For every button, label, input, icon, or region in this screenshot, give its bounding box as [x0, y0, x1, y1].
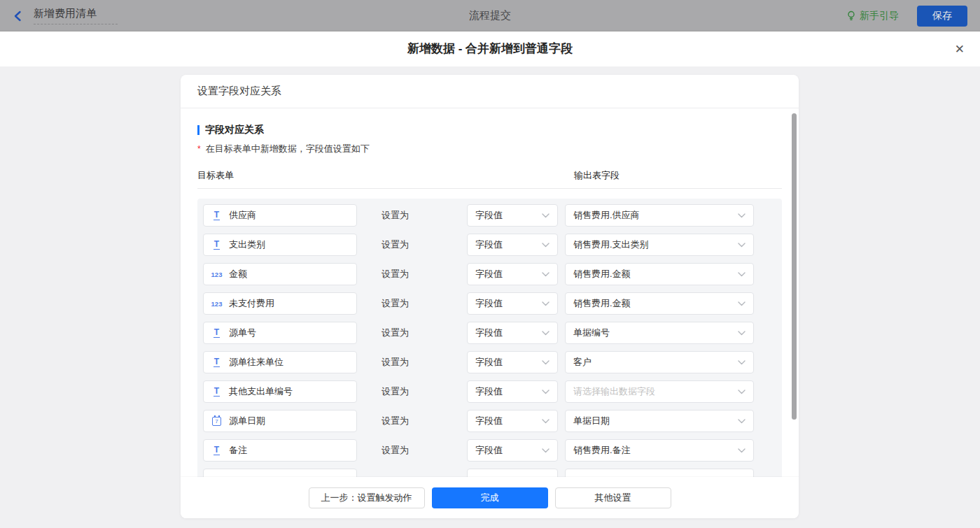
table-row: T 供应商 设置为 字段值 销售费用.供应商 — [203, 204, 776, 227]
card-title: 设置字段对应关系 — [197, 85, 281, 98]
chevron-down-icon — [542, 390, 550, 394]
table-row: T 源单往来单位 设置为 字段值 客户 — [203, 351, 776, 373]
method-value: 字段值 — [475, 209, 503, 222]
table-row: T 支出类别 设置为 字段值 销售费用.支出类别 — [203, 234, 776, 256]
modal-body: 设置字段对应关系 字段对应关系 * 在目标表单中新增数据，字段值设置如下 目标表… — [0, 66, 980, 528]
method-select[interactable]: 字段值 — [467, 351, 558, 373]
target-field-box: T 供应商 — [203, 204, 357, 227]
chevron-down-icon — [542, 301, 550, 306]
set-as-label: 设置为 — [357, 444, 467, 457]
table-row: 123 金额 设置为 字段值 销售费用.金额 — [203, 263, 776, 285]
table-row: 7 源单日期 设置为 字段值 单据日期 — [203, 410, 776, 432]
output-select[interactable] — [565, 469, 754, 477]
target-field-box: 123 金额 — [203, 263, 357, 285]
target-field-label: 支出类别 — [229, 238, 265, 251]
number-field-icon: 123 — [211, 299, 223, 308]
chevron-down-icon — [542, 448, 550, 453]
text-field-icon: T — [211, 387, 223, 397]
method-select[interactable]: 字段值 — [467, 380, 558, 403]
column-headers: 目标表单 输出表字段 — [197, 169, 782, 182]
section-title-row: 字段对应关系 — [197, 124, 782, 136]
method-select[interactable]: 字段值 — [467, 322, 558, 344]
target-field-box: T 其他支出单编号 — [203, 380, 357, 403]
target-field-label: 其他支出单编号 — [229, 385, 293, 398]
set-as-label: 设置为 — [357, 238, 467, 251]
set-as-label: 设置为 — [357, 268, 467, 280]
method-value: 字段值 — [475, 268, 503, 280]
method-value: 字段值 — [475, 385, 503, 398]
table-row: T 备注 设置为 字段值 销售费用.备注 — [203, 439, 776, 462]
table-row — [203, 469, 776, 477]
output-select[interactable]: 销售费用.供应商 — [565, 204, 754, 227]
table-row: T 源单号 设置为 字段值 单据编号 — [203, 322, 776, 344]
card-header: 设置字段对应关系 — [181, 75, 799, 108]
topbar-right: 新手引导 保存 — [846, 0, 967, 31]
method-select[interactable]: 字段值 — [467, 410, 558, 432]
chevron-down-icon — [542, 243, 550, 248]
output-value: 客户 — [573, 356, 592, 369]
header-divider — [197, 188, 782, 189]
output-select[interactable]: 单据日期 — [565, 410, 754, 432]
topbar-left: 新增费用清单 — [13, 0, 118, 31]
output-select[interactable]: 销售费用.备注 — [565, 439, 754, 462]
flow-name[interactable]: 新增费用清单 — [34, 7, 118, 24]
target-field-box: 7 源单日期 — [203, 410, 357, 432]
method-select[interactable]: 字段值 — [467, 292, 558, 315]
target-field-label: 源单日期 — [229, 415, 265, 427]
topbar: 新增费用清单 流程提交 新手引导 保存 — [0, 0, 980, 31]
guide-link[interactable]: 新手引导 — [846, 10, 899, 22]
method-select[interactable]: 字段值 — [467, 439, 558, 462]
chevron-down-icon — [738, 390, 746, 394]
table-row: T 其他支出单编号 设置为 字段值 请选择输出数据字段 — [203, 380, 776, 403]
page-center-title: 流程提交 — [469, 9, 511, 22]
modal-header: 新增数据 - 合并新增到普通字段 ✕ — [0, 31, 980, 66]
set-as-label: 设置为 — [357, 385, 467, 398]
close-button[interactable]: ✕ — [955, 31, 965, 66]
output-value: 销售费用.支出类别 — [573, 238, 649, 251]
target-field-label: 源单往来单位 — [229, 356, 284, 369]
method-select[interactable]: 字段值 — [467, 204, 558, 227]
back-button[interactable] — [13, 10, 22, 22]
method-value: 字段值 — [475, 297, 503, 310]
close-icon: ✕ — [955, 42, 965, 57]
target-field-box: T 支出类别 — [203, 234, 357, 256]
set-as-label: 设置为 — [357, 209, 467, 222]
target-field-label: 金额 — [229, 268, 247, 280]
save-button[interactable]: 保存 — [917, 6, 967, 27]
column-header-target-form: 目标表单 — [197, 169, 234, 182]
chevron-down-icon — [738, 331, 746, 336]
output-select[interactable]: 单据编号 — [565, 322, 754, 344]
chevron-down-icon — [542, 331, 550, 336]
method-select[interactable] — [467, 469, 558, 477]
method-value: 字段值 — [475, 356, 503, 369]
chevron-down-icon — [738, 272, 746, 277]
method-select[interactable]: 字段值 — [467, 263, 558, 285]
text-field-icon: T — [211, 240, 223, 250]
required-asterisk: * — [197, 144, 201, 154]
section-title: 字段对应关系 — [205, 124, 264, 136]
rows: T 供应商 设置为 字段值 销售费用.供应商 T 支出类别 设置为 字段值 — [197, 199, 782, 477]
method-select[interactable]: 字段值 — [467, 234, 558, 256]
method-value: 字段值 — [475, 444, 503, 457]
output-select[interactable]: 请选择输出数据字段 — [565, 380, 754, 403]
chevron-down-icon — [542, 419, 550, 424]
target-field-box: T 源单往来单位 — [203, 351, 357, 373]
output-select[interactable]: 销售费用.金额 — [565, 263, 754, 285]
output-value: 销售费用.备注 — [573, 444, 631, 457]
scrollbar-thumb[interactable] — [792, 113, 797, 420]
prev-step-button[interactable]: 上一步：设置触发动作 — [309, 487, 425, 508]
chevron-down-icon — [738, 243, 746, 248]
output-select[interactable]: 客户 — [565, 351, 754, 373]
method-value: 字段值 — [475, 327, 503, 339]
section-marker — [197, 125, 200, 135]
modal-title: 新增数据 - 合并新增到普通字段 — [0, 31, 980, 66]
other-settings-button[interactable]: 其他设置 — [555, 487, 671, 508]
output-select[interactable]: 销售费用.金额 — [565, 292, 754, 315]
calendar-icon: 7 — [211, 416, 223, 426]
output-select[interactable]: 销售费用.支出类别 — [565, 234, 754, 256]
target-field-label: 供应商 — [229, 209, 256, 222]
text-field-icon: T — [211, 211, 223, 221]
done-button[interactable]: 完成 — [432, 487, 548, 508]
chevron-down-icon — [542, 272, 550, 277]
target-field-box: T 备注 — [203, 439, 357, 462]
